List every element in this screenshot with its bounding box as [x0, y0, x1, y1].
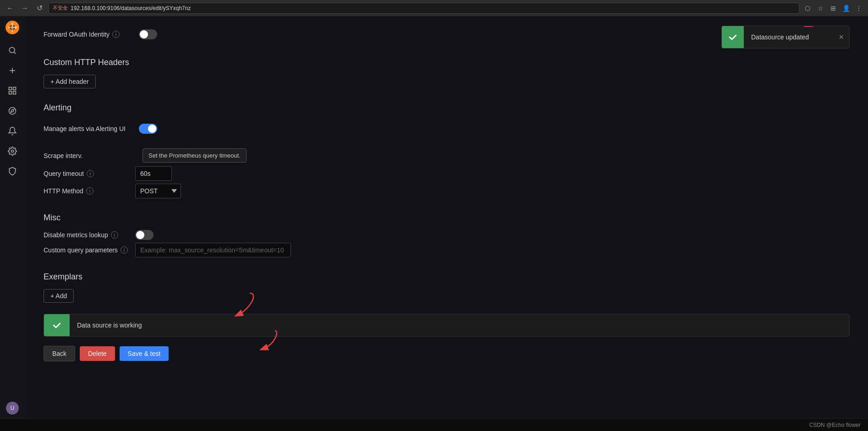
scrape-interval-label: Scrape interv. [44, 152, 135, 159]
address-bar[interactable]: 不安全 192.168.0.100:9106/datasources/edit/… [49, 3, 799, 14]
forward-oauth-info-icon[interactable]: i [112, 31, 120, 38]
insecure-label: 不安全 [53, 5, 68, 11]
svg-rect-8 [9, 87, 12, 90]
query-timeout-row: Query timeout i [44, 166, 850, 181]
custom-query-params-label: Custom query parameters i [44, 246, 135, 254]
credit-text: CSDN @Echo flower [809, 422, 861, 428]
browser-actions: ⬡ ☆ ⊞ 👤 ⋮ [803, 4, 863, 13]
sidebar-item-dashboards[interactable] [3, 82, 22, 100]
svg-rect-9 [13, 87, 16, 90]
sidebar-item-create[interactable] [3, 61, 22, 80]
sidebar-item-shield[interactable] [3, 162, 22, 180]
back-nav-button[interactable]: ← [5, 3, 16, 14]
action-buttons: Back Delete Save & test [44, 346, 850, 361]
bottom-bar: CSDN @Echo flower [0, 418, 868, 431]
custom-query-params-row: Custom query parameters i [44, 243, 850, 257]
svg-point-4 [9, 47, 15, 53]
sidebar-item-search[interactable] [3, 41, 22, 60]
sidebar: U [0, 16, 25, 418]
data-source-status-bar: Data source is working [44, 314, 850, 337]
delete-button[interactable]: Delete [80, 346, 115, 361]
extensions-icon[interactable]: ⬡ [803, 4, 812, 13]
svg-line-5 [14, 52, 16, 54]
status-section: Data source is working [44, 314, 850, 337]
settings-icon[interactable]: ⋮ [854, 4, 863, 13]
svg-rect-11 [13, 92, 16, 94]
http-method-select[interactable]: POST GET [135, 184, 181, 198]
profile-icon[interactable]: 👤 [841, 4, 851, 13]
query-timeout-input[interactable] [135, 166, 172, 181]
manage-alerts-label: Manage alerts via Alerting UI [44, 125, 135, 132]
scrape-tooltip: Set the Prometheus query timeout. [143, 148, 247, 163]
bookmark-icon[interactable]: ☆ [816, 4, 825, 13]
grafana-logo[interactable] [5, 20, 20, 35]
main-content: Forward OAuth Identity i Custom HTTP Hea… [25, 16, 868, 418]
add-header-button[interactable]: + Add header [44, 75, 96, 88]
http-method-info-icon[interactable]: i [86, 187, 93, 195]
prometheus-settings-section: Scrape interv. Set the Prometheus query … [44, 148, 850, 198]
toast-success-icon [722, 26, 744, 48]
alerting-heading: Alerting [44, 99, 850, 113]
misc-section: Misc Disable metrics lookup i Custom que… [44, 209, 850, 257]
url-text: 192.168.0.100:9106/datasources/edit/ySYx… [71, 5, 191, 11]
back-button[interactable]: Back [44, 346, 75, 361]
sidebar-item-configuration[interactable] [3, 142, 22, 160]
exemplars-section: Exemplars + Add [44, 268, 850, 303]
http-method-row: HTTP Method i POST GET [44, 184, 850, 198]
toast-message: Datasource updated [744, 33, 816, 41]
add-exemplar-button[interactable]: + Add [44, 289, 74, 303]
forward-oauth-label: Forward OAuth Identity i [44, 31, 135, 38]
disable-metrics-lookup-label: Disable metrics lookup i [44, 231, 135, 239]
custom-http-headers-heading: Custom HTTP Headers [44, 54, 850, 67]
save-test-button[interactable]: Save & test [120, 346, 169, 361]
forward-nav-button[interactable]: → [19, 3, 30, 14]
forward-oauth-toggle[interactable] [139, 29, 157, 39]
misc-heading: Misc [44, 209, 850, 223]
sidebar-item-explore[interactable] [3, 102, 22, 120]
browser-chrome: ← → ↺ 不安全 192.168.0.100:9106/datasources… [0, 0, 868, 16]
query-timeout-info-icon[interactable]: i [87, 170, 94, 177]
svg-marker-13 [11, 109, 14, 113]
svg-point-12 [9, 108, 16, 115]
custom-http-headers-section: Custom HTTP Headers + Add header [44, 54, 850, 88]
manage-alerts-toggle[interactable] [139, 124, 157, 134]
toast-notification: Datasource updated × [721, 26, 850, 49]
manage-alerts-row: Manage alerts via Alerting UI [44, 120, 850, 137]
alerting-section: Alerting Manage alerts via Alerting UI [44, 99, 850, 137]
disable-metrics-info-icon[interactable]: i [111, 231, 118, 239]
action-buttons-section: Back Delete Save & test [44, 346, 850, 361]
svg-point-14 [11, 150, 14, 153]
query-timeout-label: Query timeout i [44, 170, 135, 177]
app-layout: U Forward OAuth Identity i Custom HTTP H… [0, 16, 868, 418]
svg-rect-10 [9, 92, 12, 94]
user-avatar[interactable]: U [6, 402, 19, 415]
disable-metrics-lookup-row: Disable metrics lookup i [44, 230, 850, 240]
disable-metrics-toggle[interactable] [135, 230, 154, 240]
status-text: Data source is working [70, 322, 149, 329]
scrape-interval-row: Scrape interv. Set the Prometheus query … [44, 148, 850, 163]
exemplars-heading: Exemplars [44, 268, 850, 282]
sidebar-item-alerting[interactable] [3, 122, 22, 140]
reload-button[interactable]: ↺ [34, 3, 45, 14]
toast-close-button[interactable]: × [839, 33, 844, 41]
custom-query-params-input[interactable] [135, 243, 291, 257]
status-success-icon-box [44, 314, 70, 336]
translate-icon[interactable]: ⊞ [829, 4, 838, 13]
custom-query-params-info-icon[interactable]: i [121, 246, 128, 254]
http-method-label: HTTP Method i [44, 187, 135, 195]
